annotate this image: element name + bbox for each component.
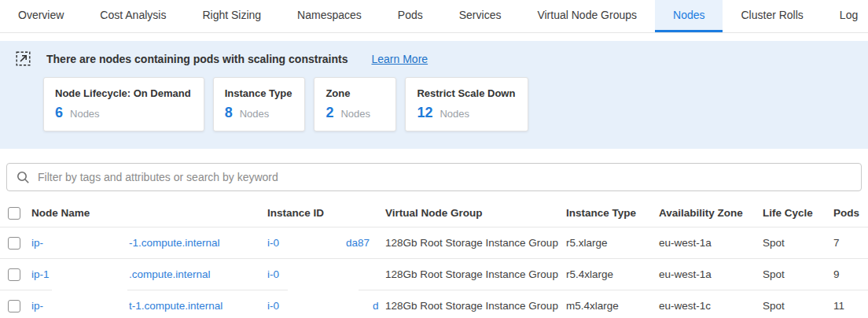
card-value: 12: [417, 105, 432, 121]
instance-type-cell: m5.4xlarge: [566, 290, 659, 318]
search-icon: [17, 171, 30, 184]
life-cycle-cell: Spot: [763, 290, 833, 318]
table-row[interactable]: ip- t-1.compute.internal i-0 d 128Gb Roo…: [0, 290, 868, 318]
card-unit: Nodes: [70, 108, 100, 120]
tab-pods[interactable]: Pods: [380, 0, 441, 32]
tab-services[interactable]: Services: [441, 0, 520, 32]
pods-cell: 7: [833, 227, 868, 258]
tab-nodes[interactable]: Nodes: [655, 0, 723, 32]
col-instance-type: Instance Type: [566, 199, 659, 227]
col-instance-id: Instance ID: [267, 199, 385, 227]
availability-zone-cell: eu-west-1a: [659, 259, 763, 290]
virtual-node-group-cell: 128Gb Root Storage Instance Group: [385, 259, 566, 290]
card-value: 8: [225, 105, 233, 121]
row-checkbox[interactable]: [8, 268, 20, 281]
col-pods: Pods: [833, 199, 868, 227]
instance-id-link[interactable]: da87: [346, 227, 370, 258]
learn-more-link[interactable]: Learn More: [372, 53, 428, 65]
virtual-node-group-cell: 128Gb Root Storage Instance Group: [385, 227, 566, 258]
pods-cell: 9: [833, 259, 868, 290]
node-name-link[interactable]: ip-: [31, 300, 43, 312]
card-title: Restrict Scale Down: [417, 87, 515, 99]
node-name-link[interactable]: .compute.internal: [129, 259, 211, 290]
row-checkbox[interactable]: [8, 300, 20, 312]
node-name-link[interactable]: ip-: [31, 237, 43, 249]
banner-message: There are nodes containing pods with sca…: [46, 53, 348, 65]
filter-search-box: [6, 163, 862, 191]
constraint-cards: Node Lifecycle: On Demand 6 Nodes Instan…: [43, 77, 852, 131]
pods-cell: 11: [833, 290, 868, 318]
row-checkbox[interactable]: [8, 237, 20, 250]
card-value: 6: [55, 105, 63, 121]
availability-zone-cell: eu-west-1c: [659, 290, 763, 318]
col-life-cycle: Life Cycle: [763, 199, 833, 227]
col-node-name: Node Name: [31, 199, 267, 227]
table-row[interactable]: ip- -1.compute.internal i-0 da87 128Gb R…: [0, 227, 868, 259]
node-name-link[interactable]: ip-1: [31, 268, 50, 280]
filter-search-input[interactable]: [38, 171, 851, 183]
tab-namespaces[interactable]: Namespaces: [279, 0, 380, 32]
tab-virtual-node-groups[interactable]: Virtual Node Groups: [519, 0, 655, 32]
instance-type-cell: r5.4xlarge: [566, 259, 659, 290]
instance-id-link[interactable]: i-0: [267, 300, 279, 312]
tab-cluster-rolls[interactable]: Cluster Rolls: [723, 0, 821, 32]
node-name-link[interactable]: -1.compute.internal: [129, 227, 220, 258]
redaction: [288, 259, 359, 290]
nodes-table: Node Name Instance ID Virtual Node Group…: [0, 199, 868, 318]
scale-up-icon: [16, 51, 31, 66]
tab-log[interactable]: Log: [822, 0, 868, 32]
card-zone[interactable]: Zone 2 Nodes: [314, 77, 396, 131]
availability-zone-cell: eu-west-1a: [659, 227, 763, 258]
instance-id-link[interactable]: d: [373, 290, 379, 318]
redaction: [52, 259, 127, 290]
card-instance-type[interactable]: Instance Type 8 Nodes: [213, 77, 306, 131]
life-cycle-cell: Spot: [763, 227, 833, 258]
card-title: Node Lifecycle: On Demand: [55, 87, 191, 99]
node-name-link[interactable]: t-1.compute.internal: [129, 290, 223, 318]
table-row[interactable]: ip-1 .compute.internal i-0 128Gb Root St…: [0, 259, 868, 290]
col-availability-zone: Availability Zone: [659, 199, 763, 227]
instance-id-link[interactable]: i-0: [267, 237, 279, 249]
select-all-checkbox[interactable]: [8, 207, 20, 220]
table-header-row: Node Name Instance ID Virtual Node Group…: [0, 199, 868, 227]
col-virtual-node-group: Virtual Node Group: [385, 199, 566, 227]
instance-type-cell: r5.xlarge: [566, 227, 659, 258]
tab-overview[interactable]: Overview: [0, 0, 82, 32]
scaling-constraints-banner: There are nodes containing pods with sca…: [0, 41, 868, 149]
card-title: Instance Type: [225, 87, 292, 99]
life-cycle-cell: Spot: [763, 259, 833, 290]
tab-bar: Overview Cost Analysis Right Sizing Name…: [0, 0, 868, 33]
card-unit: Nodes: [440, 108, 469, 120]
card-unit: Nodes: [240, 108, 270, 120]
instance-id-link[interactable]: i-0: [267, 268, 279, 280]
card-unit: Nodes: [340, 108, 370, 120]
tab-cost-analysis[interactable]: Cost Analysis: [82, 0, 184, 32]
card-node-lifecycle[interactable]: Node Lifecycle: On Demand 6 Nodes: [43, 77, 204, 131]
card-title: Zone: [326, 87, 383, 99]
tab-right-sizing[interactable]: Right Sizing: [184, 0, 279, 32]
card-value: 2: [326, 105, 333, 121]
card-restrict-scale-down[interactable]: Restrict Scale Down 12 Nodes: [405, 77, 528, 131]
virtual-node-group-cell: 128Gb Root Storage Instance Group: [385, 290, 566, 318]
